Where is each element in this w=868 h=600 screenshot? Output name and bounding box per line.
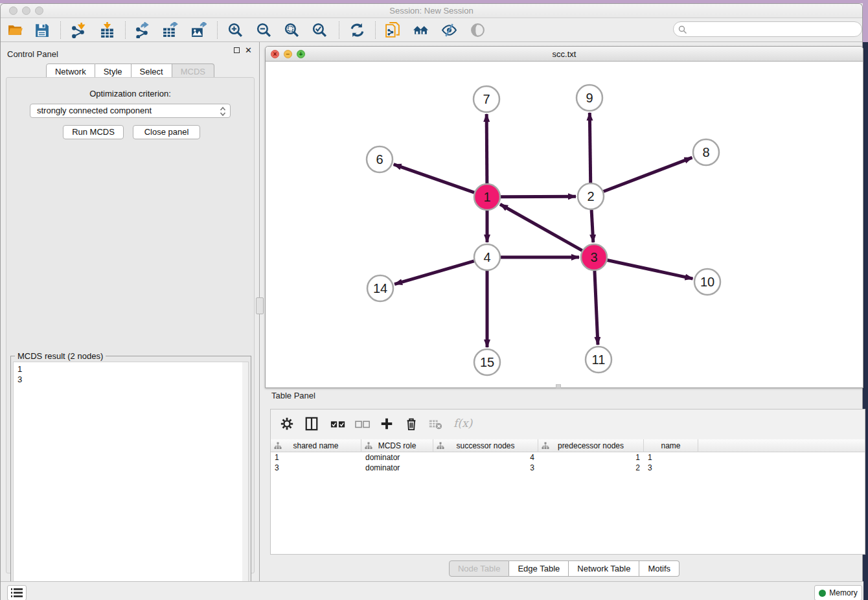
mcds-result-scrollbar[interactable] xyxy=(242,362,248,599)
list-icon xyxy=(11,588,23,598)
hide-graphics-details-icon[interactable] xyxy=(441,22,457,38)
desktop-wallpaper-right-top xyxy=(863,0,868,42)
panel-divider-grip[interactable] xyxy=(256,297,264,314)
memory-label: Memory xyxy=(829,588,857,597)
tab-node-table[interactable]: Node Table xyxy=(449,560,510,577)
minimize-window-button[interactable] xyxy=(22,6,30,15)
graph-node-label-4: 4 xyxy=(483,250,490,264)
table-cell: 3 xyxy=(271,463,361,473)
export-table-icon[interactable] xyxy=(162,22,178,38)
show-column-icon[interactable] xyxy=(304,417,320,432)
column-header-successor-nodes[interactable]: successor nodes xyxy=(433,439,538,452)
graph-node-label-9: 9 xyxy=(586,91,593,105)
column-header-predecessor-nodes[interactable]: predecessor nodes xyxy=(538,439,644,452)
graph-edge-1-7[interactable] xyxy=(486,114,487,183)
zoom-selected-icon[interactable] xyxy=(312,22,328,38)
graph-edge-1-6[interactable] xyxy=(394,165,474,192)
graph-edge-2-3[interactable] xyxy=(591,210,593,242)
hierarchy-icon xyxy=(274,442,282,450)
graph-edge-1-2[interactable] xyxy=(501,196,576,197)
graph-edge-2-9[interactable] xyxy=(589,113,590,183)
search-input[interactable] xyxy=(673,21,862,37)
toolbar-separator xyxy=(60,21,61,39)
graph-node-label-2: 2 xyxy=(587,189,594,203)
graph-node-label-6: 6 xyxy=(376,152,383,167)
toolbar-separator xyxy=(217,21,218,39)
save-session-icon[interactable] xyxy=(34,22,50,38)
mcds-tab-content: Optimization criterion: strongly connect… xyxy=(6,77,255,573)
network-close-button[interactable]: × xyxy=(271,50,279,58)
toolbar-separator xyxy=(125,21,126,39)
status-bar: Memory xyxy=(1,581,863,600)
delete-table-icon[interactable] xyxy=(428,417,444,432)
zoom-fit-icon[interactable] xyxy=(284,22,300,38)
tab-edge-table[interactable]: Edge Table xyxy=(509,560,569,577)
table-panel-tabs: Node Table Edge Table Network Table Moti… xyxy=(265,560,863,577)
table-cell: 3 xyxy=(644,463,698,473)
mcds-result-textarea[interactable]: 1 3 xyxy=(13,362,249,600)
run-mcds-button[interactable]: Run MCDS xyxy=(63,125,124,139)
table-row[interactable]: 3dominator323 xyxy=(271,463,865,473)
graph-node-label-11: 11 xyxy=(592,352,606,367)
network-zoom-button[interactable]: + xyxy=(297,50,305,58)
network-graph-canvas[interactable]: 1234678910111415 xyxy=(266,62,863,388)
tab-network-table[interactable]: Network Table xyxy=(569,560,639,577)
close-panel-icon[interactable]: ✕ xyxy=(245,47,252,53)
task-history-button[interactable] xyxy=(7,585,27,600)
import-network-icon[interactable] xyxy=(71,22,87,38)
table-row[interactable]: 1dominator411 xyxy=(271,452,865,463)
add-column-icon[interactable] xyxy=(380,417,395,432)
column-header-shared-name[interactable]: shared name xyxy=(271,439,361,452)
node-table-container: f(x) shared name MCDS role successor nod… xyxy=(270,409,865,555)
mcds-result-title: MCDS result (2 nodes) xyxy=(15,351,106,361)
graph-node-label-14: 14 xyxy=(373,281,387,295)
graph-node-label-3: 3 xyxy=(590,250,597,264)
table-cell: dominator xyxy=(361,463,433,473)
tab-motifs[interactable]: Motifs xyxy=(639,560,680,577)
network-minimize-button[interactable]: − xyxy=(284,50,292,58)
memory-button[interactable]: Memory xyxy=(814,585,862,600)
hierarchy-icon xyxy=(365,442,372,450)
toolbar-separator xyxy=(339,21,339,39)
settings-gear-icon[interactable] xyxy=(280,417,295,432)
home-view-icon[interactable] xyxy=(413,22,429,38)
float-panel-icon[interactable] xyxy=(234,47,240,53)
show-graphics-details-icon[interactable] xyxy=(470,22,486,38)
open-folder-icon[interactable] xyxy=(7,22,23,38)
graph-edge-4-14[interactable] xyxy=(394,261,474,284)
deselect-all-checkboxes-icon[interactable] xyxy=(355,417,371,432)
select-all-checkboxes-icon[interactable] xyxy=(330,417,346,432)
network-resize-grip[interactable] xyxy=(556,384,561,388)
graph-edge-2-8[interactable] xyxy=(604,157,692,191)
zoom-window-button[interactable] xyxy=(35,6,43,15)
export-image-icon[interactable] xyxy=(190,22,207,38)
graph-edge-3-11[interactable] xyxy=(595,271,598,345)
control-panel-title: Control Panel xyxy=(7,49,58,59)
hierarchy-icon xyxy=(542,442,549,450)
import-table-icon[interactable] xyxy=(99,22,115,38)
network-window-title: scc.txt xyxy=(266,47,863,62)
main-toolbar xyxy=(1,18,862,42)
open-session-file-icon[interactable] xyxy=(385,22,401,38)
delete-column-icon[interactable] xyxy=(404,417,420,432)
export-network-icon[interactable] xyxy=(135,22,151,38)
app-titlebar: Session: New Session xyxy=(1,4,862,18)
column-header-name[interactable]: name xyxy=(644,439,698,452)
close-panel-button[interactable]: Close panel xyxy=(133,125,200,139)
optimization-criterion-dropdown[interactable]: strongly connected component xyxy=(30,104,231,118)
graph-node-label-1: 1 xyxy=(483,190,490,204)
graph-edge-3-10[interactable] xyxy=(608,260,693,279)
app-title: Session: New Session xyxy=(1,4,862,18)
column-header-mcds-role[interactable]: MCDS role xyxy=(361,439,433,452)
refresh-layout-icon[interactable] xyxy=(349,22,365,38)
graph-edge-3-1[interactable] xyxy=(500,204,582,250)
function-builder-icon[interactable]: f(x) xyxy=(453,417,472,430)
optimization-criterion-label: Optimization criterion: xyxy=(6,89,254,98)
node-table-body: 1dominator4113dominator323 xyxy=(271,452,865,473)
table-toolbar: f(x) xyxy=(271,410,865,439)
table-panel-title: Table Panel xyxy=(271,391,315,400)
table-cell: 1 xyxy=(644,452,698,463)
zoom-out-icon[interactable] xyxy=(256,22,272,38)
close-window-button[interactable] xyxy=(9,6,17,15)
zoom-in-icon[interactable] xyxy=(227,22,244,38)
